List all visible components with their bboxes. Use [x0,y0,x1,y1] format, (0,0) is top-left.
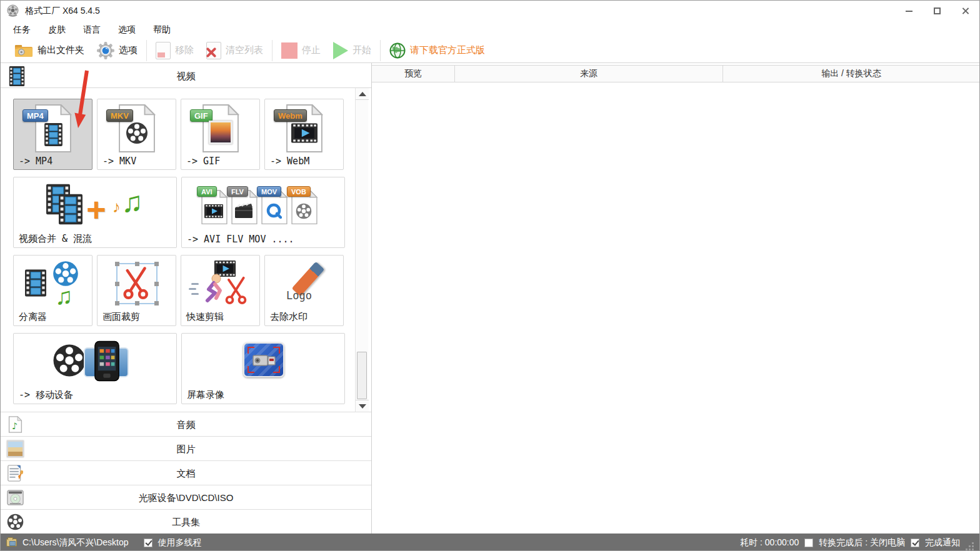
category-label: 图片 [1,437,371,461]
tile-label: 去除水印 [270,311,308,323]
tile-label: 屏幕录像 [187,389,224,401]
tile-remove-watermark[interactable]: Logo 去除水印 [264,255,344,326]
menu-item-language[interactable]: 语言 [74,24,109,36]
titlebar: 格式工厂 X64 5.4.5 [1,1,979,21]
tile-label: 快速剪辑 [186,311,224,323]
sidebar-tab-audio[interactable]: 音频 [1,412,371,436]
tile-video-merge[interactable]: + ♪ ♫ 视频合并 & 混流 [13,177,177,248]
audio-icon [7,416,24,433]
menu-item-skin[interactable]: 皮肤 [39,24,74,36]
menu-item-help[interactable]: 帮助 [144,24,179,36]
notify-checkbox[interactable] [911,539,919,547]
elapsed-time: 耗时 : 00:00:00 [740,537,799,549]
category-label: 光驱设备\DVD\CD\ISO [1,485,371,510]
sidebar-tab-picture[interactable]: 图片 [1,436,371,460]
tile-label: -> MKV [102,156,136,167]
tile-avi-flv-mov[interactable]: AVI FLV MOV VOB -> AVI FLV MOV .... [181,177,345,248]
tile-label: -> 移动设备 [19,389,73,401]
scroll-down-button[interactable] [356,400,369,412]
mkv-badge: MKV [106,109,133,122]
category-label: 文档 [1,461,371,485]
toolbar: 输出文件夹 选项 移除 清空列表 停止 开始 请下载官方正式版 [1,38,979,63]
download-official-label: 请下载官方正式版 [410,44,485,56]
sidebar: 视频 MP4 -> MP4 [1,63,372,534]
clear-list-icon [206,42,221,59]
music-note-orange-icon: ♪ [112,199,121,215]
avi-film-icon [204,204,223,219]
flv-badge: FLV [227,186,248,197]
video-filmstrip-icon [6,66,28,86]
tile-webm[interactable]: Webm -> WebM [264,99,344,170]
tile-mobile-device[interactable]: -> 移动设备 [13,333,177,404]
grid-scrollbar[interactable] [355,88,368,412]
column-header-source[interactable]: 来源 [455,66,723,82]
tile-splitter[interactable]: ♫ 分离器 [13,255,92,326]
vob-badge: VOB [287,186,311,197]
remove-button[interactable]: 移除 [149,39,200,62]
sidebar-tab-document[interactable]: 文档 [1,460,371,485]
toolbar-separator [380,40,381,61]
shutdown-after-checkbox[interactable] [804,539,813,547]
category-label: 工具集 [1,510,371,534]
vob-reel-icon [296,203,312,219]
tile-label: 画面裁剪 [102,311,140,323]
task-list-body[interactable] [372,82,979,534]
output-folder-label: 输出文件夹 [38,44,84,56]
start-label: 开始 [352,44,371,56]
sidebar-tab-rom-device[interactable]: 光驱设备\DVD\CD\ISO [1,485,371,509]
sidebar-tab-video[interactable]: 视频 [1,65,371,88]
gif-badge: GIF [190,109,212,122]
mov-badge: MOV [257,186,281,197]
clear-list-label: 清空列表 [226,44,263,56]
stop-button[interactable]: 停止 [275,39,327,62]
tile-label: -> MP4 [19,156,52,167]
avi-badge: AVI [197,186,217,197]
options-button[interactable]: 选项 [91,39,144,62]
toolbar-separator [146,40,147,61]
download-official-link[interactable]: 请下载官方正式版 [383,39,491,62]
window-title: 格式工厂 X64 5.4.5 [25,6,100,17]
tile-quick-clip[interactable]: 快速剪辑 [181,255,260,326]
remove-label: 移除 [175,44,194,56]
task-list-header: 预览 来源 输出 / 转换状态 [372,65,979,82]
tile-mkv[interactable]: MKV -> MKV [97,99,176,170]
app-logo-icon [6,4,19,17]
statusbar: C:\Users\清风不兴\Desktop 使用多线程 耗时 : 00:00:0… [1,534,979,551]
disc-drive-icon [7,489,24,506]
mp4-badge: MP4 [22,109,48,122]
tile-label: -> AVI FLV MOV .... [187,234,294,245]
task-list-panel: 预览 来源 输出 / 转换状态 [372,63,979,534]
tile-mp4[interactable]: MP4 -> MP4 [13,99,92,170]
tile-gif[interactable]: GIF -> GIF [181,99,260,170]
shutdown-after-label: 转换完成后 : 关闭电脑 [819,537,905,549]
scroll-up-button[interactable] [356,88,369,100]
output-path: C:\Users\清风不兴\Desktop [22,537,129,549]
menu-item-task[interactable]: 任务 [4,24,39,36]
logo-watermark-text: Logo [286,289,312,302]
menu-item-options[interactable]: 选项 [109,24,144,36]
close-button[interactable] [951,1,979,21]
toolbar-separator [272,40,272,61]
options-label: 选项 [119,44,138,56]
menubar: 任务 皮肤 语言 选项 帮助 [1,21,979,38]
minimize-button[interactable] [895,1,923,21]
column-header-output-status[interactable]: 输出 / 转换状态 [723,66,979,82]
tile-screen-record[interactable]: 屏幕录像 [181,333,345,404]
video-function-grid: MP4 -> MP4 MKV -> MKV [1,88,371,412]
mov-quicktime-icon [266,202,282,219]
multithread-checkbox[interactable] [144,539,152,547]
maximize-button[interactable] [923,1,951,21]
notify-label: 完成通知 [925,537,960,549]
resize-grip[interactable] [966,542,974,550]
clear-list-button[interactable]: 清空列表 [200,39,269,62]
picture-icon [7,440,24,457]
stop-label: 停止 [302,44,321,56]
scroll-thumb[interactable] [357,352,367,399]
tile-crop[interactable]: 画面裁剪 [97,255,176,326]
column-header-preview[interactable]: 预览 [372,66,455,82]
sidebar-tab-toolset[interactable]: 工具集 [1,509,371,534]
start-button[interactable]: 开始 [327,39,378,62]
output-folder-button[interactable]: 输出文件夹 [8,39,91,62]
camcorder-icon [252,351,277,370]
tile-label: -> WebM [270,156,309,167]
